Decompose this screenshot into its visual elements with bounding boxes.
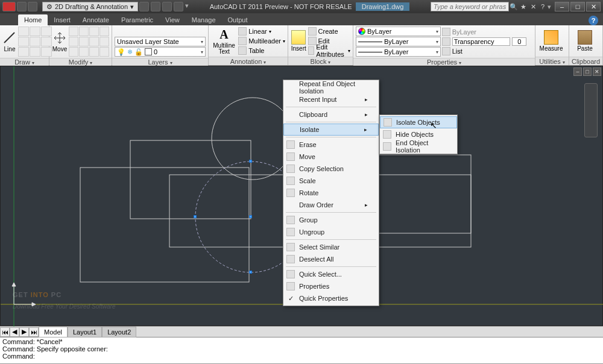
- ribbon-help-icon[interactable]: ?: [589, 16, 598, 25]
- modify-tool-icon[interactable]: [79, 47, 89, 57]
- menu-item[interactable]: Erase: [283, 139, 379, 151]
- tab-last-button[interactable]: ⏭: [29, 327, 39, 337]
- app-menu-icon[interactable]: [2, 2, 16, 11]
- paste-button[interactable]: Paste: [572, 27, 598, 55]
- chevron-down-icon[interactable]: [328, 58, 330, 65]
- modify-tool-icon[interactable]: [99, 47, 109, 57]
- qat-save-icon[interactable]: [139, 2, 149, 11]
- qat-open-icon[interactable]: [28, 2, 37, 11]
- block-create-button[interactable]: Create: [308, 27, 350, 36]
- tab-insert[interactable]: Insert: [48, 14, 77, 25]
- table-button[interactable]: Table: [238, 46, 285, 55]
- modify-tool-icon[interactable]: [79, 37, 89, 46]
- tab-parametric[interactable]: Parametric: [115, 14, 159, 25]
- layer-tool-icon[interactable]: [136, 27, 146, 36]
- modify-tool-icon[interactable]: [89, 37, 99, 46]
- selection-grip[interactable]: [249, 271, 252, 274]
- selection-grip[interactable]: [249, 160, 252, 163]
- modify-tool-icon[interactable]: [89, 27, 99, 36]
- menu-item[interactable]: Recent Input▸: [283, 93, 379, 105]
- menu-item[interactable]: Clipboard▸: [283, 108, 379, 121]
- navigation-bar[interactable]: [584, 83, 598, 137]
- layer-properties-icon[interactable]: [115, 27, 124, 36]
- menu-item[interactable]: Ungroup: [283, 226, 379, 238]
- drawing-canvas[interactable]: – □ ✕ GET INTO PC Download Free Your Des…: [0, 66, 603, 326]
- menu-item[interactable]: Move: [283, 151, 379, 163]
- modify-tool-icon[interactable]: [69, 27, 78, 36]
- edit-attributes-button[interactable]: Edit Attributes▾: [308, 46, 350, 55]
- line-button[interactable]: Line: [2, 27, 17, 56]
- menu-item[interactable]: Group: [283, 214, 379, 226]
- layer-tool-icon[interactable]: [191, 27, 200, 36]
- modify-tool-icon[interactable]: [79, 27, 89, 36]
- modify-tool-icon[interactable]: [69, 47, 78, 57]
- chevron-down-icon[interactable]: [170, 58, 172, 66]
- qat-new-icon[interactable]: [17, 2, 27, 11]
- qat-print-icon[interactable]: [174, 2, 183, 11]
- menu-item[interactable]: Quick Select...: [283, 268, 379, 280]
- search-icon[interactable]: 🔍: [509, 2, 519, 11]
- draw-tool-icon[interactable]: [30, 37, 40, 46]
- draw-tool-icon[interactable]: [18, 27, 29, 36]
- maximize-button[interactable]: □: [570, 2, 585, 11]
- linear-dim-button[interactable]: Linear▾: [238, 27, 285, 36]
- chevron-down-icon[interactable]: [459, 58, 461, 66]
- submenu-item[interactable]: Isolate Objects: [380, 116, 457, 128]
- tab-home[interactable]: Home: [18, 14, 48, 25]
- draw-tool-icon[interactable]: [18, 37, 29, 46]
- workspace-dropdown[interactable]: ⚙ 2D Drafting & Annotation ▾: [42, 2, 138, 11]
- menu-item[interactable]: Copy Selection: [283, 163, 379, 175]
- selection-grip[interactable]: [194, 215, 197, 218]
- menu-item[interactable]: ✓Quick Properties: [283, 292, 379, 304]
- tab-annotate[interactable]: Annotate: [77, 14, 115, 25]
- menu-item[interactable]: Scale: [283, 175, 379, 187]
- modify-tool-icon[interactable]: [99, 37, 109, 46]
- menu-item[interactable]: Select Similar: [283, 241, 379, 253]
- chevron-down-icon[interactable]: [264, 58, 266, 65]
- qat-redo-icon[interactable]: [162, 2, 172, 11]
- help-icon[interactable]: ?: [538, 2, 548, 11]
- tab-prev-button[interactable]: ◀: [10, 327, 19, 337]
- tab-model[interactable]: Model: [39, 327, 68, 337]
- modify-tool-icon[interactable]: [99, 27, 109, 36]
- qat-undo-icon[interactable]: [151, 2, 160, 11]
- layer-state-dropdown[interactable]: Unsaved Layer State: [115, 37, 206, 46]
- list-button[interactable]: List: [442, 47, 527, 56]
- tab-first-button[interactable]: ⏮: [0, 327, 10, 337]
- layer-tool-icon[interactable]: [169, 27, 178, 36]
- doc-maximize-button[interactable]: □: [583, 67, 592, 76]
- plotstyle-dropdown[interactable]: ByLayer: [442, 28, 527, 37]
- measure-button[interactable]: Measure: [538, 27, 564, 55]
- tab-layout2[interactable]: Layout2: [102, 327, 136, 337]
- layer-tool-icon[interactable]: [125, 27, 135, 36]
- transparency-control[interactable]: Transparency0: [442, 37, 527, 46]
- doc-close-button[interactable]: ✕: [593, 67, 601, 76]
- star-icon[interactable]: ★: [519, 2, 528, 11]
- linetype-dropdown[interactable]: ByLayer: [356, 47, 441, 57]
- menu-item[interactable]: Properties: [283, 280, 379, 292]
- chevron-down-icon[interactable]: [563, 58, 565, 65]
- menu-item[interactable]: Draw Order▸: [283, 199, 379, 211]
- move-button[interactable]: Move: [52, 27, 68, 56]
- submenu-item[interactable]: End Object Isolation: [380, 140, 457, 152]
- close-button[interactable]: ✕: [586, 2, 601, 11]
- exchange-icon[interactable]: ✕: [528, 2, 538, 11]
- selection-grip[interactable]: [249, 215, 252, 218]
- doc-minimize-button[interactable]: –: [573, 67, 582, 76]
- chevron-down-icon[interactable]: [32, 58, 34, 66]
- insert-button[interactable]: Insert: [291, 27, 307, 55]
- chevron-down-icon[interactable]: [90, 58, 92, 66]
- menu-item[interactable]: Rotate: [283, 187, 379, 199]
- draw-tool-icon[interactable]: [18, 47, 29, 57]
- layer-tool-icon[interactable]: [180, 27, 189, 36]
- layer-tool-icon[interactable]: [158, 27, 168, 36]
- menu-item[interactable]: Repeat End Object Isolation: [283, 81, 379, 93]
- tab-manage[interactable]: Manage: [186, 14, 222, 25]
- draw-tool-icon[interactable]: [30, 47, 40, 57]
- command-line[interactable]: Command: *Cancel* Command: Specify oppos…: [0, 337, 603, 363]
- mtext-button[interactable]: AMultiline Text: [211, 27, 237, 55]
- submenu-item[interactable]: Hide Objects: [380, 128, 457, 140]
- help-search-input[interactable]: [431, 2, 509, 11]
- chevron-down-icon[interactable]: ▾: [548, 3, 551, 11]
- multileader-button[interactable]: Multileader▾: [238, 37, 285, 46]
